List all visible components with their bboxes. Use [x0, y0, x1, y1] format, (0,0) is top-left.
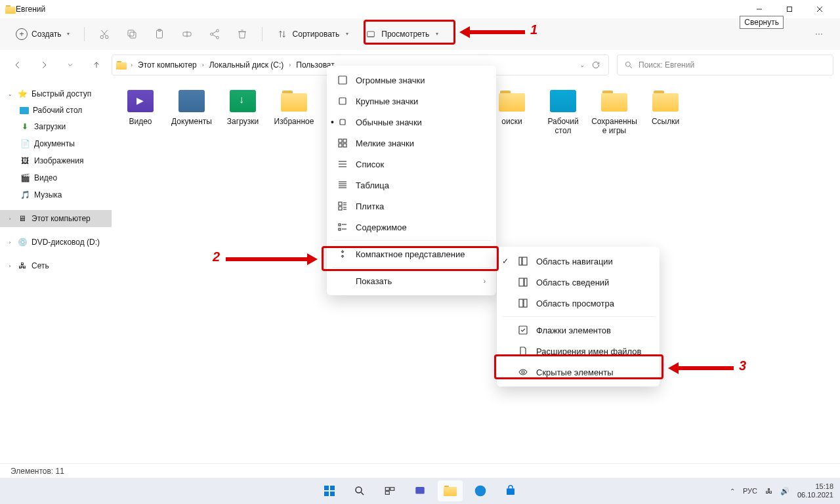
- sidebar-item-dvd[interactable]: ›💿DVD-дисковод (D:): [0, 234, 112, 251]
- menu-item-checkboxes[interactable]: Флажки элементов: [497, 320, 660, 341]
- svg-rect-69: [385, 488, 389, 491]
- task-search[interactable]: [347, 480, 372, 501]
- svg-rect-71: [385, 492, 389, 495]
- menu-item-huge-icons[interactable]: Огромные значки: [327, 70, 496, 91]
- view-label: Просмотреть: [381, 30, 429, 39]
- view-icon: [366, 29, 376, 39]
- delete-button[interactable]: [230, 22, 254, 46]
- menu-item-compact[interactable]: Компактное представление: [327, 243, 496, 264]
- folder-links[interactable]: Ссылки: [642, 88, 689, 136]
- task-store[interactable]: [498, 480, 523, 501]
- refresh-icon[interactable]: [591, 60, 600, 70]
- sidebar-item-pictures[interactable]: 🖼Изображения: [0, 152, 112, 169]
- sidebar-item-documents[interactable]: 📄Документы: [0, 135, 112, 152]
- svg-point-16: [216, 36, 219, 39]
- menu-item-content[interactable]: Содержимое: [327, 217, 496, 238]
- annotation-label-2: 2: [213, 249, 220, 264]
- computer-icon: 🖥: [17, 213, 28, 224]
- sidebar-item-downloads[interactable]: ⬇Загрузки: [0, 118, 112, 135]
- svg-rect-27: [340, 119, 345, 125]
- menu-item-hidden[interactable]: Скрытые элементы: [497, 362, 660, 383]
- annotation-arrow-3: [668, 362, 734, 374]
- sidebar-item-desktop[interactable]: Рабочий стол: [0, 102, 112, 118]
- svg-line-68: [361, 492, 364, 495]
- breadcrumb-segment[interactable]: Локальный диск (C:): [208, 60, 285, 70]
- sidebar-item-network[interactable]: ›🖧Сеть: [0, 257, 112, 274]
- svg-point-4: [100, 35, 104, 39]
- svg-rect-29: [343, 139, 346, 142]
- search-box[interactable]: Поиск: Евгений: [617, 54, 833, 75]
- folder-documents[interactable]: Документы: [168, 88, 215, 136]
- chevron-right-icon[interactable]: ›: [7, 216, 13, 222]
- recent-button[interactable]: [61, 56, 79, 74]
- share-button[interactable]: [203, 22, 226, 46]
- close-button[interactable]: [805, 0, 835, 18]
- sort-button[interactable]: Сортировать ▾: [270, 25, 356, 43]
- show-submenu: ✓Область навигации Область сведений Обла…: [497, 247, 660, 387]
- svg-rect-28: [339, 139, 342, 142]
- forward-button[interactable]: [33, 54, 55, 76]
- menu-item-large-icons[interactable]: Крупные значки: [327, 91, 496, 112]
- menu-item-medium-icons[interactable]: •Обычные значки: [327, 112, 496, 133]
- tray-volume-icon[interactable]: 🔊: [780, 487, 789, 495]
- menu-item-small-icons[interactable]: Мелкие значки: [327, 133, 496, 154]
- view-button[interactable]: Просмотреть ▾: [359, 25, 445, 43]
- svg-rect-59: [519, 299, 523, 307]
- task-edge[interactable]: [468, 480, 493, 501]
- menu-item-details[interactable]: Таблица: [327, 175, 496, 196]
- menu-item-preview-pane[interactable]: Область просмотра: [497, 293, 660, 314]
- breadcrumb-segment[interactable]: Этот компьютер: [136, 60, 198, 70]
- desktop-icon: [20, 107, 29, 114]
- menu-item-show[interactable]: Показать›: [327, 270, 496, 291]
- svg-line-17: [213, 31, 217, 33]
- menu-item-extensions[interactable]: Расширения имен файлов: [497, 341, 660, 362]
- sidebar-item-videos[interactable]: 🎬Видео: [0, 169, 112, 186]
- chevron-down-icon: ▾: [436, 31, 438, 37]
- menu-item-details-pane[interactable]: Область сведений: [497, 272, 660, 293]
- chevron-down-icon[interactable]: ⌄: [7, 91, 13, 97]
- view-menu: Огромные значки Крупные значки •Обычные …: [327, 66, 496, 295]
- tray-network-icon[interactable]: 🖧: [765, 487, 772, 495]
- folder-favorites[interactable]: Избранное: [270, 88, 318, 136]
- menu-item-tiles[interactable]: Плитка: [327, 196, 496, 217]
- start-button[interactable]: [317, 480, 342, 501]
- sidebar-item-music[interactable]: 🎵Музыка: [0, 186, 112, 203]
- more-button[interactable]: ⋯: [807, 22, 831, 46]
- svg-point-62: [522, 371, 524, 373]
- task-task-view[interactable]: [377, 480, 402, 501]
- svg-line-24: [630, 66, 632, 68]
- copy-button[interactable]: [120, 22, 144, 46]
- tray-language[interactable]: РУС: [743, 487, 757, 495]
- sidebar-item-this-pc[interactable]: ›🖥Этот компьютер: [0, 210, 112, 227]
- chevron-down-icon: ▾: [346, 31, 348, 37]
- taskbar: ⌃ РУС 🖧 🔊 15:18 06.10.2021: [0, 478, 840, 504]
- back-button[interactable]: [7, 54, 29, 76]
- folder-videos[interactable]: ▶Видео: [117, 88, 164, 136]
- rename-button[interactable]: [175, 22, 199, 46]
- sidebar-quick-access[interactable]: ⌄ ⭐ Быстрый доступ: [0, 85, 112, 102]
- svg-point-67: [356, 487, 362, 493]
- tray-clock[interactable]: 15:18 06.10.2021: [797, 482, 833, 499]
- chevron-down-icon[interactable]: ⌄: [580, 62, 585, 68]
- cut-button[interactable]: [93, 22, 116, 46]
- up-button[interactable]: [85, 54, 108, 76]
- chevron-right-icon[interactable]: ›: [7, 263, 13, 269]
- task-explorer[interactable]: [438, 480, 463, 501]
- svg-rect-25: [339, 76, 346, 84]
- folder-downloads[interactable]: ↓Загрузки: [219, 88, 266, 136]
- menu-item-nav-pane[interactable]: ✓Область навигации: [497, 251, 660, 272]
- download-icon: ⬇: [20, 121, 30, 132]
- music-icon: 🎵: [20, 190, 30, 200]
- svg-rect-42: [339, 207, 342, 210]
- chevron-down-icon: ▾: [67, 31, 70, 37]
- tray-show-hidden[interactable]: ⌃: [730, 488, 735, 495]
- new-button[interactable]: + Создать ▾: [9, 24, 76, 44]
- paste-button[interactable]: [148, 22, 171, 46]
- annotation-label-3: 3: [739, 358, 746, 373]
- chevron-right-icon[interactable]: ›: [7, 240, 13, 245]
- folder-desktop[interactable]: Рабочий стол: [539, 88, 587, 136]
- folder-saved-games[interactable]: Сохраненные игры: [591, 88, 638, 136]
- task-chat[interactable]: [408, 480, 432, 501]
- menu-item-list[interactable]: Список: [327, 154, 496, 175]
- sort-label: Сортировать: [293, 30, 340, 39]
